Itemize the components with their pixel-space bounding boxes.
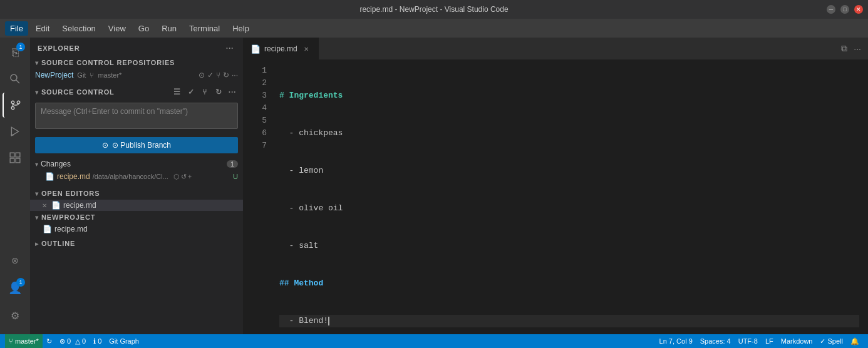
changed-file-path: /data/alpha/hancock/Cl... xyxy=(93,173,168,180)
repo-type: Git xyxy=(77,71,86,79)
sc-check-icon[interactable]: ✓ xyxy=(185,86,197,98)
tab-bar: 📄 recipe.md ✕ ⧉ ··· xyxy=(243,38,868,59)
status-spaces[interactable]: Spaces: 4 xyxy=(696,334,735,348)
svg-rect-10 xyxy=(10,158,14,163)
bell-icon: 🔔 xyxy=(850,337,859,345)
status-language[interactable]: Markdown xyxy=(777,334,817,348)
tab-file-icon: 📄 xyxy=(251,44,261,54)
minimize-button[interactable]: ─ xyxy=(827,5,835,14)
code-line-6: ## Method xyxy=(279,277,859,290)
status-git-graph[interactable]: Git Graph xyxy=(105,334,143,348)
repo-branch2-icon[interactable]: ⑂ xyxy=(216,71,220,79)
open-editor-item-recipe[interactable]: ✕ 📄 recipe.md xyxy=(30,200,243,211)
status-bar: ⑂ master* ↻ ⊗ 0 △ 0 ℹ 0 Git Graph Ln 7, … xyxy=(0,334,868,348)
status-branch[interactable]: ⑂ master* xyxy=(5,334,43,348)
run-activity-icon[interactable] xyxy=(3,119,28,144)
repo-check-icon[interactable]: ✓ xyxy=(207,71,214,79)
newproject-title: NEWPROJECT xyxy=(41,213,95,221)
newproject-file-item[interactable]: 📄 recipe.md xyxy=(30,223,243,235)
settings-activity-icon[interactable]: ⚙ xyxy=(3,303,28,328)
open-editor-filename: recipe.md xyxy=(63,201,96,210)
menu-edit[interactable]: Edit xyxy=(31,21,54,36)
status-cursor-position[interactable]: Ln 7, Col 9 xyxy=(656,334,696,348)
sidebar: EXPLORER ··· ▾ SOURCE CONTROL REPOSITORI… xyxy=(30,38,243,334)
outline-header[interactable]: ▸ OUTLINE xyxy=(30,237,243,250)
repo-row[interactable]: NewProject Git ⑂ master* ⊙ ✓ ⑂ ↻ ··· xyxy=(30,69,243,81)
open-editor-file-icon: 📄 xyxy=(51,201,61,210)
account-activity-icon[interactable]: 👤 1 xyxy=(3,275,28,300)
tab-close-button[interactable]: ✕ xyxy=(301,44,311,54)
svg-rect-8 xyxy=(10,153,14,157)
remote-activity-icon[interactable]: ⊗ xyxy=(3,248,28,273)
svg-line-1 xyxy=(16,80,19,83)
publish-branch-label: ⊙ Publish Branch xyxy=(112,141,171,150)
menu-help[interactable]: Help xyxy=(227,21,254,36)
repo-refresh-icon[interactable]: ↻ xyxy=(223,71,229,79)
explorer-title: EXPLORER xyxy=(38,44,80,52)
close-editor-icon[interactable]: ✕ xyxy=(40,202,49,209)
changes-count-badge: 1 xyxy=(227,160,238,168)
newproject-file-icon: 📄 xyxy=(43,225,52,233)
sc-branch-icon[interactable]: ⑂ xyxy=(199,86,210,98)
titlebar-controls: ─ □ ✕ xyxy=(827,5,863,14)
menu-run[interactable]: Run xyxy=(157,21,182,36)
repo-branch: master* xyxy=(98,71,121,79)
changes-chevron-icon: ▾ xyxy=(35,161,38,168)
source-control-activity-icon[interactable] xyxy=(3,93,28,118)
code-line-3: - lemon xyxy=(279,165,859,177)
status-sync[interactable]: ↻ xyxy=(43,334,56,348)
repo-fetch-icon[interactable]: ⊙ xyxy=(199,71,205,79)
code-area[interactable]: # Ingredients - chickpeas - lemon - oliv… xyxy=(274,59,859,334)
explorer-activity-icon[interactable]: ⎘ 1 xyxy=(3,40,28,65)
menu-selection[interactable]: Selection xyxy=(57,21,100,36)
svg-rect-11 xyxy=(16,158,20,163)
more-icon[interactable]: ··· xyxy=(852,42,863,56)
changes-header[interactable]: ▾ Changes 1 xyxy=(30,157,243,171)
editor-content: 1 2 3 4 5 6 7 # Ingredients - chickpeas … xyxy=(243,59,868,334)
menu-file[interactable]: File xyxy=(5,21,28,36)
sc-more-icon[interactable]: ··· xyxy=(227,86,238,98)
split-editor-icon[interactable]: ⧉ xyxy=(839,41,849,56)
status-info[interactable]: ℹ 0 xyxy=(90,334,105,348)
menu-view[interactable]: View xyxy=(103,21,131,36)
status-notifications[interactable]: 🔔 xyxy=(847,334,863,348)
source-control-repos-header[interactable]: ▾ SOURCE CONTROL REPOSITORIES xyxy=(30,56,243,69)
tab-recipe-md[interactable]: 📄 recipe.md ✕ xyxy=(243,38,319,59)
maximize-button[interactable]: □ xyxy=(840,5,849,14)
publish-branch-button[interactable]: ⊙ ⊙ Publish Branch xyxy=(35,137,238,153)
repo-more-icon[interactable]: ··· xyxy=(232,71,238,79)
status-encoding[interactable]: UTF-8 xyxy=(735,334,762,348)
warning-count: 0 xyxy=(82,337,86,345)
sc-list-icon[interactable]: ☰ xyxy=(172,86,183,98)
newproject-chevron-icon: ▾ xyxy=(35,214,39,221)
svg-point-0 xyxy=(11,74,17,81)
commit-message-input[interactable] xyxy=(35,103,238,129)
explorer-more-button[interactable]: ··· xyxy=(224,43,235,54)
menu-terminal[interactable]: Terminal xyxy=(184,21,225,36)
status-spell[interactable]: ✓ Spell xyxy=(816,334,847,348)
code-line-2: - chickpeas xyxy=(279,127,859,140)
code-line-5: - salt xyxy=(279,240,859,252)
editor-scrollbar[interactable] xyxy=(859,59,868,334)
extensions-activity-icon[interactable] xyxy=(3,145,28,170)
newproject-header[interactable]: ▾ NEWPROJECT xyxy=(30,211,243,223)
stage-changes-icon[interactable]: + xyxy=(188,173,192,181)
search-activity-icon[interactable] xyxy=(3,66,28,91)
open-file-icon[interactable]: ⬡ xyxy=(173,173,180,181)
open-editors-header[interactable]: ▾ OPEN EDITORS xyxy=(30,187,243,200)
info-icon: ℹ xyxy=(93,337,96,345)
changed-file-name: recipe.md xyxy=(57,172,90,181)
repos-chevron-icon: ▾ xyxy=(35,59,39,66)
cursor-pos-label: Ln 7, Col 9 xyxy=(659,337,693,345)
encoding-label: UTF-8 xyxy=(738,337,758,345)
status-errors[interactable]: ⊗ 0 △ 0 xyxy=(56,334,90,348)
discard-changes-icon[interactable]: ↺ xyxy=(181,173,187,181)
spaces-label: Spaces: 4 xyxy=(700,337,731,345)
sc-refresh-icon[interactable]: ↻ xyxy=(213,86,224,98)
changed-file-row[interactable]: 📄 recipe.md /data/alpha/hancock/Cl... ⬡ … xyxy=(30,171,243,182)
source-control-header[interactable]: ▾ SOURCE CONTROL ☰ ✓ ⑂ ↻ ··· xyxy=(30,84,243,100)
menu-go[interactable]: Go xyxy=(133,21,154,36)
status-eol[interactable]: LF xyxy=(762,334,777,348)
code-line-1: # Ingredients xyxy=(279,90,859,102)
close-button[interactable]: ✕ xyxy=(854,5,863,14)
